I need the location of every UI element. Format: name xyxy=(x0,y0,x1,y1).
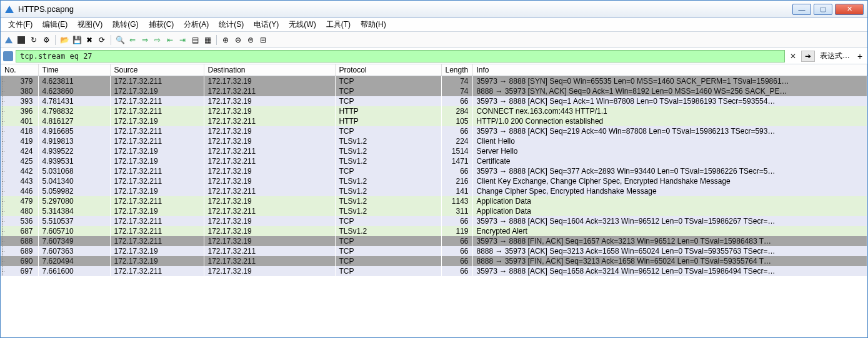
menu-item[interactable]: 无线(W) xyxy=(284,18,321,31)
close-button[interactable]: ✕ xyxy=(835,4,864,15)
go-back-button[interactable]: ⇐ xyxy=(127,34,138,46)
zoom-reset-button[interactable]: ⊜ xyxy=(245,34,256,46)
packet-row[interactable]: 4194.919813172.17.32.211172.17.32.19TLSv… xyxy=(1,136,867,146)
open-file-button[interactable]: 📂 xyxy=(59,34,70,46)
menu-item[interactable]: 帮助(H) xyxy=(356,18,391,31)
menu-item[interactable]: 视图(V) xyxy=(72,18,107,31)
add-filter-button[interactable]: + xyxy=(855,51,865,61)
go-forward-button[interactable]: ⇒ xyxy=(139,34,151,46)
cell: 172.17.32.19 xyxy=(204,266,335,276)
packet-row[interactable]: 4254.939531172.17.32.19172.17.32.211TLSv… xyxy=(1,156,867,166)
bookmark-icon[interactable] xyxy=(3,51,13,61)
minimize-button[interactable]: — xyxy=(792,4,811,15)
cell: Application Data xyxy=(472,206,867,216)
cell: 172.17.32.211 xyxy=(110,166,204,176)
titlebar[interactable]: HTTPS.pcapng — ▢ ✕ xyxy=(1,1,867,18)
col-no[interactable]: No. xyxy=(1,64,38,76)
apply-filter-button[interactable]: ➔ xyxy=(801,51,815,62)
col-protocol[interactable]: Protocol xyxy=(335,64,441,76)
cell: 172.17.32.211 xyxy=(204,116,335,126)
capture-options-button[interactable]: ⚙ xyxy=(41,34,52,46)
toolbar-separator xyxy=(55,35,56,45)
packet-row[interactable]: 4795.297080172.17.32.211172.17.32.19TLSv… xyxy=(1,196,867,206)
cell: 172.17.32.19 xyxy=(204,136,335,146)
col-destination[interactable]: Destination xyxy=(204,64,335,76)
cell: 172.17.32.19 xyxy=(204,76,335,87)
packet-list[interactable]: No. Time Source Destination Protocol Len… xyxy=(1,64,867,337)
cell: HTTP xyxy=(335,116,441,126)
packet-row[interactable]: 6897.607363172.17.32.19172.17.32.211TCP6… xyxy=(1,246,867,256)
cell: 442 xyxy=(1,166,38,176)
packet-row[interactable]: 3934.781431172.17.32.211172.17.32.19TCP6… xyxy=(1,96,867,106)
cell: 35973 → 8888 [ACK] Seq=1604 Ack=3213 Win… xyxy=(472,216,867,226)
packet-row[interactable]: 4465.059982172.17.32.19172.17.32.211TLSv… xyxy=(1,186,867,196)
colorize-button[interactable]: ▦ xyxy=(202,34,213,46)
cell: 172.17.32.211 xyxy=(110,106,204,116)
cell: 4.939531 xyxy=(38,156,110,166)
go-to-packet-button[interactable]: ⇨ xyxy=(152,34,163,46)
packet-row[interactable]: 6887.607349172.17.32.211172.17.32.19TCP6… xyxy=(1,236,867,246)
packet-row[interactable]: 6907.620494172.17.32.19172.17.32.211TCP6… xyxy=(1,256,867,266)
cell: 35973 → 8888 [ACK] Seq=219 Ack=40 Win=87… xyxy=(472,126,867,136)
save-button[interactable]: 💾 xyxy=(71,34,82,46)
restart-capture-button[interactable]: ↻ xyxy=(28,34,39,46)
col-length[interactable]: Length xyxy=(441,64,472,76)
packet-row[interactable]: 4184.916685172.17.32.211172.17.32.19TCP6… xyxy=(1,126,867,136)
close-file-button[interactable]: ✖ xyxy=(84,34,95,46)
zoom-in-button[interactable]: ⊕ xyxy=(220,34,231,46)
clear-filter-button[interactable]: ✕ xyxy=(787,51,799,62)
cell: 172.17.32.19 xyxy=(204,126,335,136)
cell: 224 xyxy=(441,136,472,146)
filter-bar: ✕ ➔ 表达式… + xyxy=(1,48,867,64)
cell: 536 xyxy=(1,216,38,226)
cell: 172.17.32.211 xyxy=(110,126,204,136)
col-source[interactable]: Source xyxy=(110,64,204,76)
cell: TLSv1.2 xyxy=(335,156,441,166)
packet-row[interactable]: 4435.041340172.17.32.211172.17.32.19TLSv… xyxy=(1,176,867,186)
col-time[interactable]: Time xyxy=(38,64,110,76)
packet-row[interactable]: 6877.605710172.17.32.211172.17.32.19TLSv… xyxy=(1,226,867,236)
shark-icon[interactable] xyxy=(3,34,14,46)
packet-row[interactable]: 3964.798832172.17.32.211172.17.32.19HTTP… xyxy=(1,106,867,116)
cell: TLSv1.2 xyxy=(335,206,441,216)
packet-row[interactable]: 4425.031068172.17.32.211172.17.32.19TCP6… xyxy=(1,166,867,176)
packet-row[interactable]: 4805.314384172.17.32.19172.17.32.211TLSv… xyxy=(1,206,867,216)
go-first-button[interactable]: ⇤ xyxy=(164,34,176,46)
display-filter-input[interactable] xyxy=(16,50,785,62)
cell: TLSv1.2 xyxy=(335,226,441,236)
find-button[interactable]: 🔍 xyxy=(114,34,126,46)
menu-item[interactable]: 捕获(C) xyxy=(144,18,179,31)
reload-button[interactable]: ⟳ xyxy=(96,34,107,46)
go-last-button[interactable]: ⇥ xyxy=(177,34,188,46)
cell: 172.17.32.211 xyxy=(110,216,204,226)
cell: 172.17.32.19 xyxy=(204,96,335,106)
resize-columns-button[interactable]: ⊟ xyxy=(257,34,269,46)
expression-button[interactable]: 表达式… xyxy=(817,51,852,61)
cell: 7.607349 xyxy=(38,236,110,246)
menu-item[interactable]: 工具(T) xyxy=(321,18,356,31)
cell: 172.17.32.19 xyxy=(110,186,204,196)
cell: 66 xyxy=(441,266,472,276)
menu-item[interactable]: 分析(A) xyxy=(179,18,214,31)
zoom-out-button[interactable]: ⊖ xyxy=(232,34,244,46)
cell: 425 xyxy=(1,156,38,166)
auto-scroll-button[interactable]: ▤ xyxy=(189,34,201,46)
packet-row[interactable]: 3804.623860172.17.32.19172.17.32.211TCP7… xyxy=(1,86,867,96)
menu-item[interactable]: 统计(S) xyxy=(214,18,249,31)
packet-row[interactable]: 4014.816127172.17.32.19172.17.32.211HTTP… xyxy=(1,116,867,126)
packet-row[interactable]: 6977.661600172.17.32.211172.17.32.19TCP6… xyxy=(1,266,867,276)
packet-row[interactable]: 5365.510537172.17.32.211172.17.32.19TCP6… xyxy=(1,216,867,226)
stop-capture-button[interactable] xyxy=(16,34,27,46)
col-info[interactable]: Info xyxy=(472,64,867,76)
menu-item[interactable]: 跳转(G) xyxy=(107,18,143,31)
cell: Server Hello xyxy=(472,146,867,156)
cell: TCP xyxy=(335,96,441,106)
packet-row[interactable]: 3794.623811172.17.32.211172.17.32.19TCP7… xyxy=(1,76,867,87)
menu-item[interactable]: 编辑(E) xyxy=(37,18,72,31)
packet-row[interactable]: 4244.939522172.17.32.19172.17.32.211TLSv… xyxy=(1,146,867,156)
menu-item[interactable]: 电话(Y) xyxy=(249,18,284,31)
cell: 66 xyxy=(441,126,472,136)
cell: 172.17.32.211 xyxy=(110,226,204,236)
maximize-button[interactable]: ▢ xyxy=(814,4,832,15)
menu-item[interactable]: 文件(F) xyxy=(3,18,37,31)
